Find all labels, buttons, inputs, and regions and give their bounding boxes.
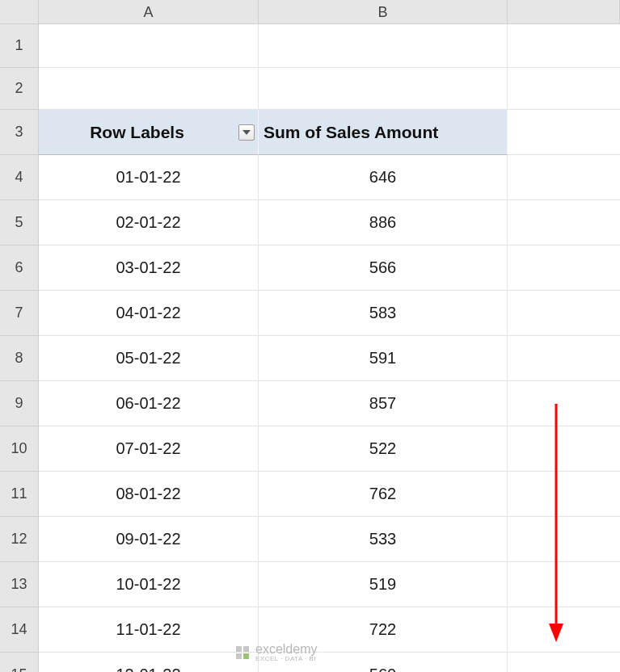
scroll-down-arrow-annotation bbox=[547, 404, 565, 645]
cell-grid: Row LabelsSum of Sales Amount01-01-22646… bbox=[39, 24, 620, 672]
pivot-row-value[interactable]: 560 bbox=[259, 653, 508, 672]
row-headers: 12345678910111213141516 bbox=[0, 24, 39, 672]
cell[interactable] bbox=[39, 24, 259, 68]
pivot-row-label[interactable]: 05-01-22 bbox=[39, 336, 259, 381]
chevron-down-icon bbox=[243, 130, 251, 135]
column-header-a[interactable]: A bbox=[39, 0, 259, 24]
pivot-row-label[interactable]: 04-01-22 bbox=[39, 291, 259, 336]
cell[interactable] bbox=[39, 68, 259, 110]
pivot-row-label[interactable]: 06-01-22 bbox=[39, 381, 259, 426]
row-header-4[interactable]: 4 bbox=[0, 155, 39, 200]
row-header-10[interactable]: 10 bbox=[0, 426, 39, 472]
row-header-9[interactable]: 9 bbox=[0, 381, 39, 426]
pivot-row-value[interactable]: 762 bbox=[259, 472, 508, 517]
row-header-5[interactable]: 5 bbox=[0, 200, 39, 246]
pivot-row-value[interactable]: 533 bbox=[259, 517, 508, 562]
grid-row bbox=[39, 24, 620, 68]
column-header-blank[interactable] bbox=[508, 0, 620, 24]
row-header-1[interactable]: 1 bbox=[0, 24, 39, 68]
row-header-13[interactable]: 13 bbox=[0, 562, 39, 607]
grid-row: 04-01-22583 bbox=[39, 291, 620, 336]
cell[interactable] bbox=[259, 24, 508, 68]
grid-row bbox=[39, 68, 620, 110]
pivot-header-sum[interactable]: Sum of Sales Amount bbox=[259, 110, 508, 155]
pivot-row-label[interactable]: 02-01-22 bbox=[39, 200, 259, 246]
pivot-row-label[interactable]: 07-01-22 bbox=[39, 426, 259, 472]
cell-blank[interactable] bbox=[508, 336, 620, 381]
pivot-row-label[interactable]: 10-01-22 bbox=[39, 562, 259, 607]
pivot-row-label[interactable]: 09-01-22 bbox=[39, 517, 259, 562]
cell-blank[interactable] bbox=[508, 110, 620, 155]
grid-row: 07-01-22522 bbox=[39, 426, 620, 472]
spreadsheet: AB 12345678910111213141516 Row LabelsSum… bbox=[0, 0, 620, 672]
row-header-7[interactable]: 7 bbox=[0, 291, 39, 336]
cell-blank[interactable] bbox=[508, 246, 620, 291]
pivot-row-label[interactable]: 08-01-22 bbox=[39, 472, 259, 517]
column-header-b[interactable]: B bbox=[259, 0, 508, 24]
pivot-header-sum-text: Sum of Sales Amount bbox=[264, 123, 438, 142]
row-header-11[interactable]: 11 bbox=[0, 472, 39, 517]
cell-blank[interactable] bbox=[508, 155, 620, 200]
row-header-14[interactable]: 14 bbox=[0, 607, 39, 653]
pivot-row-label[interactable]: 01-01-22 bbox=[39, 155, 259, 200]
row-header-3[interactable]: 3 bbox=[0, 110, 39, 155]
grid-row: 01-01-22646 bbox=[39, 155, 620, 200]
row-header-8[interactable]: 8 bbox=[0, 336, 39, 381]
grid-row: 08-01-22762 bbox=[39, 472, 620, 517]
cell-blank[interactable] bbox=[508, 68, 620, 110]
pivot-row-label[interactable]: 12-01-22 bbox=[39, 653, 259, 672]
pivot-row-value[interactable]: 722 bbox=[259, 607, 508, 653]
pivot-row-label[interactable]: 11-01-22 bbox=[39, 607, 259, 653]
cell[interactable] bbox=[259, 68, 508, 110]
pivot-row-value[interactable]: 591 bbox=[259, 336, 508, 381]
cell-blank[interactable] bbox=[508, 653, 620, 672]
select-all-corner[interactable] bbox=[0, 0, 39, 24]
row-header-2[interactable]: 2 bbox=[0, 68, 39, 110]
cell-blank[interactable] bbox=[508, 200, 620, 246]
grid-row: 02-01-22886 bbox=[39, 200, 620, 246]
pivot-row-value[interactable]: 583 bbox=[259, 291, 508, 336]
pivot-row-value[interactable]: 646 bbox=[259, 155, 508, 200]
pivot-row-value[interactable]: 566 bbox=[259, 246, 508, 291]
cell-blank[interactable] bbox=[508, 291, 620, 336]
grid-row: 03-01-22566 bbox=[39, 246, 620, 291]
pivot-row-value[interactable]: 886 bbox=[259, 200, 508, 246]
svg-marker-0 bbox=[243, 130, 251, 135]
grid-row: 11-01-22722 bbox=[39, 607, 620, 653]
grid-row: 10-01-22519 bbox=[39, 562, 620, 607]
pivot-row-value[interactable]: 857 bbox=[259, 381, 508, 426]
pivot-header-row-labels-text: Row Labels bbox=[90, 123, 207, 142]
grid-row: 06-01-22857 bbox=[39, 381, 620, 426]
row-header-12[interactable]: 12 bbox=[0, 517, 39, 562]
grid-row: 05-01-22591 bbox=[39, 336, 620, 381]
row-header-15[interactable]: 15 bbox=[0, 653, 39, 672]
cell-blank[interactable] bbox=[508, 24, 620, 68]
filter-dropdown-button[interactable] bbox=[238, 124, 255, 141]
row-header-6[interactable]: 6 bbox=[0, 246, 39, 291]
grid-row: 12-01-22560 bbox=[39, 653, 620, 672]
pivot-row-value[interactable]: 522 bbox=[259, 426, 508, 472]
pivot-row-value[interactable]: 519 bbox=[259, 562, 508, 607]
pivot-row-label[interactable]: 03-01-22 bbox=[39, 246, 259, 291]
svg-marker-2 bbox=[549, 624, 563, 642]
pivot-header-row-labels[interactable]: Row Labels bbox=[39, 110, 259, 155]
grid-row: 09-01-22533 bbox=[39, 517, 620, 562]
column-headers: AB bbox=[39, 0, 620, 24]
grid-row: Row LabelsSum of Sales Amount bbox=[39, 110, 620, 155]
